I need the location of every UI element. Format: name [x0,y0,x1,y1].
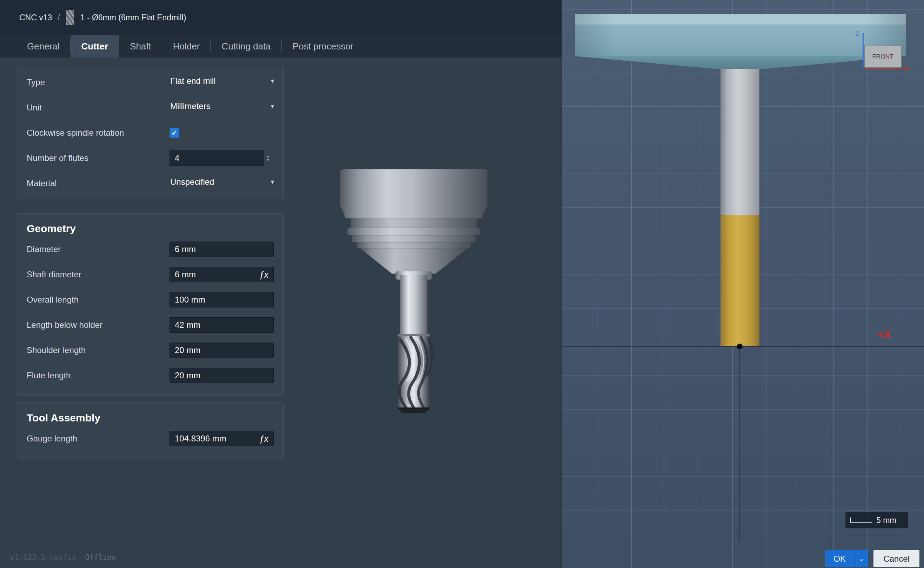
tab-bar: General Cutter Shaft Holder Cutting data… [0,35,562,57]
clockwise-checkbox[interactable]: ✓ [170,128,179,138]
diameter-value: 6 mm [175,245,196,254]
gauge-length-row: Gauge length 104.8396 mm ƒx [18,426,283,451]
x-axis-line [562,346,924,347]
shaft-diameter-row: Shaft diameter 6 mm ƒx [18,262,283,287]
breadcrumb-separator: / [58,13,60,23]
spindle-rotation-label: Clockwise spindle rotation [27,128,170,138]
check-icon: ✓ [171,129,177,137]
unit-row: Unit Millimeters ▾ [18,95,283,120]
ok-dropdown-button[interactable]: ⌄ [854,550,868,567]
scale-bar: 5 mm [845,512,908,529]
shoulder-length-label: Shoulder length [27,345,170,355]
chevron-down-icon: ▾ [271,178,274,185]
tool-assembly-panel: Tool Assembly Gauge length 104.8396 mm ƒ… [18,402,283,458]
left-pane: CNC v13 / 1 - Ø6mm (6mm Flat Endmill) Ge… [0,0,562,568]
x-axis-arrow-icon [906,66,909,71]
unit-value: Millimeters [170,101,211,111]
shoulder-length-input[interactable]: 20 mm [170,343,274,358]
flute-length-label: Flute length [27,371,170,381]
geometry-title: Geometry [18,213,283,237]
function-icon[interactable]: ƒx [256,270,268,280]
breadcrumb-library[interactable]: CNC v13 [19,13,52,23]
tool-illustration [333,168,494,415]
shaft-diameter-label: Shaft diameter [27,270,170,279]
flutes-label: Number of flutes [27,153,170,163]
chevron-down-icon: ▾ [271,77,274,84]
flutes-input[interactable]: 4 [170,150,264,166]
shaft-diameter-input[interactable]: 6 mm ƒx [170,267,274,282]
shaft-diameter-value: 6 mm [175,270,196,279]
overall-length-input[interactable]: 100 mm [170,292,274,308]
diameter-row: Diameter 6 mm [18,237,283,262]
length-below-holder-value: 42 mm [175,320,200,330]
tab-cutting-data[interactable]: Cutting data [211,35,282,57]
tool-tip-origin-marker [737,344,742,349]
flutes-value: 4 [175,153,179,163]
gauge-length-value: 104.8396 mm [175,434,226,444]
material-dropdown[interactable]: Unspecified ▾ [170,177,276,190]
gauge-length-label: Gauge length [27,434,170,444]
shaft-preview [721,69,759,215]
3d-viewport[interactable]: +X Z FRONT 5 mm [562,0,924,568]
cutter-settings-panel: Type Flat end mill ▾ Unit Millimeters ▾ … [18,66,283,199]
type-row: Type Flat end mill ▾ [18,70,283,95]
version-text: v1.122.2-hotfix Offline [10,553,116,562]
chevron-down-icon: ▾ [271,103,274,109]
diameter-label: Diameter [27,245,170,254]
version-number: v1.122.2-hotfix [10,553,77,562]
type-value: Flat end mill [170,76,215,86]
tool-axis-line [739,346,740,542]
tool-assembly-title: Tool Assembly [18,403,283,426]
length-below-holder-input[interactable]: 42 mm [170,317,274,333]
length-below-holder-row: Length below holder 42 mm [18,313,283,338]
flute-length-input[interactable]: 20 mm [170,368,274,383]
cancel-button[interactable]: Cancel [874,550,919,567]
tab-cutter[interactable]: Cutter [71,35,119,57]
x-axis-indicator [864,68,906,69]
z-axis-label: Z [855,29,859,38]
tab-shaft[interactable]: Shaft [119,35,162,57]
flutes-stepper[interactable]: ▴ ▾ [267,154,269,162]
geometry-panel: Geometry Diameter 6 mm Shaft diameter 6 … [18,213,283,396]
overall-length-row: Overall length 100 mm [18,287,283,313]
overall-length-label: Overall length [27,295,170,305]
ruler-icon [850,518,872,523]
unit-dropdown[interactable]: Millimeters ▾ [170,101,276,114]
endmill-drawing [333,168,494,415]
x-axis-label: +X [877,328,891,341]
overall-length-value: 100 mm [175,295,205,305]
shoulder-length-value: 20 mm [175,345,200,355]
view-cube[interactable]: FRONT [864,45,901,68]
flute-preview [721,215,759,346]
spinner-down-icon[interactable]: ▾ [267,158,269,162]
gauge-length-input[interactable]: 104.8396 mm ƒx [170,431,274,446]
tab-post-processor[interactable]: Post processor [282,35,364,57]
flute-length-row: Flute length 20 mm [18,363,283,388]
length-below-holder-label: Length below holder [27,320,170,330]
tool-title: 1 - Ø6mm (6mm Flat Endmill) [80,13,186,23]
flute-length-value: 20 mm [175,371,200,381]
type-dropdown[interactable]: Flat end mill ▾ [170,76,276,89]
flutes-row: Number of flutes 4 ▴ ▾ [18,145,283,171]
unit-label: Unit [27,103,170,113]
ok-button[interactable]: OK [825,550,854,567]
breadcrumb: CNC v13 / 1 - Ø6mm (6mm Flat Endmill) [0,0,562,35]
tool-thumbnail-icon [66,10,75,25]
function-icon[interactable]: ƒx [256,434,268,444]
spindle-rotation-row: Clockwise spindle rotation ✓ [18,120,283,145]
scale-label: 5 mm [876,516,897,525]
diameter-input[interactable]: 6 mm [170,242,274,257]
material-label: Material [27,178,170,188]
material-value: Unspecified [170,177,214,187]
type-label: Type [27,77,170,87]
tab-holder[interactable]: Holder [162,35,211,57]
material-row: Material Unspecified ▾ [18,171,283,196]
z-axis-indicator [863,33,863,68]
tab-general[interactable]: General [16,35,71,57]
shoulder-length-row: Shoulder length 20 mm [18,338,283,363]
connection-status: Offline [85,553,116,562]
tool-edit-dialog: CNC v13 / 1 - Ø6mm (6mm Flat Endmill) Ge… [0,0,924,568]
